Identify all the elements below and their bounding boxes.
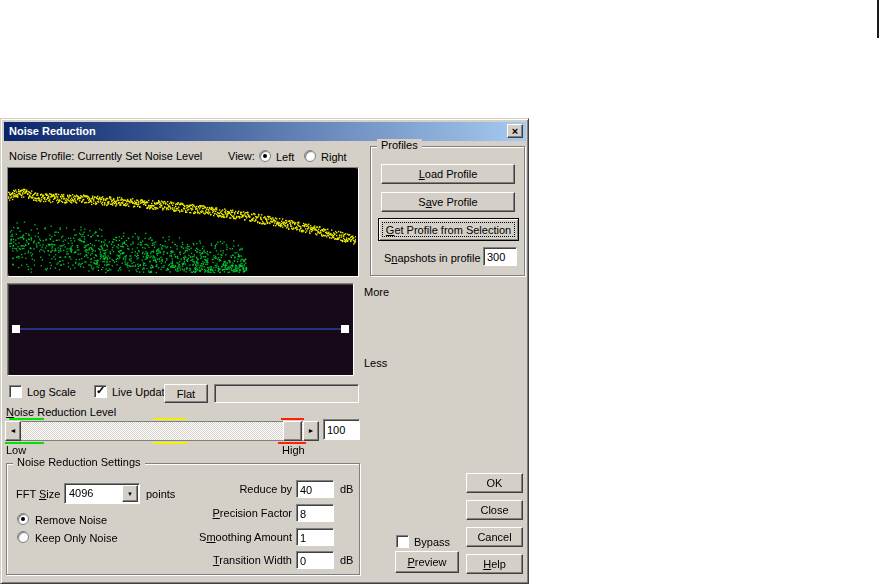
slider-track[interactable]: [5, 421, 319, 441]
high-label: High: [282, 444, 305, 456]
view-right-label: Right: [321, 151, 347, 163]
preview-button[interactable]: Preview: [395, 551, 459, 573]
live-update-label: Live Update: [112, 386, 171, 398]
snapshots-input[interactable]: [483, 247, 517, 266]
smoothing-amount-input[interactable]: [296, 528, 334, 546]
level-value-input[interactable]: [323, 419, 360, 440]
load-profile-button[interactable]: Load Profile: [381, 164, 515, 184]
noise-reduction-settings-group: Noise Reduction Settings FFT Size 4096 ▼…: [6, 463, 360, 575]
settings-legend: Noise Reduction Settings: [13, 456, 145, 468]
screen-edge-line: [877, 0, 879, 38]
slider-marker: [153, 442, 188, 444]
noise-reduction-level-label: Noise Reduction Level: [6, 406, 116, 418]
bypass-checkbox[interactable]: ✓: [396, 535, 409, 548]
fft-size-value: 4096: [69, 487, 93, 499]
close-button[interactable]: ×: [507, 124, 523, 138]
save-profile-button[interactable]: Save Profile: [381, 192, 515, 212]
transition-width-input[interactable]: [296, 551, 334, 569]
radio-dot-icon: [21, 517, 25, 521]
slider-left-arrow[interactable]: ◄: [5, 421, 21, 441]
reduce-by-input[interactable]: [296, 480, 334, 498]
reduce-by-label: Reduce by: [107, 483, 292, 495]
left-arrow-icon: ◄: [10, 427, 17, 434]
log-scale-checkbox[interactable]: ✓: [9, 385, 22, 398]
reduce-by-unit: dB: [340, 483, 353, 495]
envelope-handle-left[interactable]: [12, 325, 20, 333]
flat-button[interactable]: Flat: [164, 384, 208, 403]
log-scale-label: Log Scale: [27, 386, 76, 398]
close-dialog-button[interactable]: Close: [466, 500, 523, 520]
slider-marker: [281, 418, 304, 420]
view-left-radio[interactable]: [259, 150, 271, 162]
slider-thumb[interactable]: [283, 421, 302, 441]
smoothing-amount-label: Smoothing Amount: [107, 531, 292, 543]
close-icon: ×: [512, 125, 518, 137]
envelope-handle-right[interactable]: [341, 325, 349, 333]
more-label: More: [364, 286, 389, 298]
slider-marker: [153, 418, 186, 420]
view-right-radio[interactable]: [304, 150, 316, 162]
transition-width-label: Transition Width: [107, 554, 292, 566]
precision-factor-label: Precision Factor: [107, 507, 292, 519]
noise-reduction-level-slider: ◄ ►: [5, 421, 319, 441]
noise-profile-label: Noise Profile: Currently Set Noise Level: [9, 150, 202, 162]
noise-profile-graph: [7, 167, 359, 277]
profiles-legend: Profiles: [377, 139, 422, 151]
envelope-line: [13, 328, 348, 330]
help-button[interactable]: Help: [466, 554, 523, 574]
noise-envelope-graph[interactable]: [7, 283, 354, 376]
title-bar[interactable]: Noise Reduction ×: [4, 122, 526, 141]
low-label: Low: [6, 444, 26, 456]
transition-width-unit: dB: [340, 554, 353, 566]
screenshot-page: Noise Reduction × Noise Profile: Current…: [0, 0, 881, 585]
slider-marker: [9, 418, 44, 420]
remove-noise-radio[interactable]: [17, 513, 29, 525]
keep-only-noise-radio[interactable]: [17, 531, 29, 543]
slider-right-arrow[interactable]: ►: [303, 421, 319, 441]
get-profile-from-selection-button[interactable]: Get Profile from Selection: [378, 218, 519, 241]
less-label: Less: [364, 357, 387, 369]
ok-button[interactable]: OK: [466, 473, 523, 493]
fft-size-label: FFT Size: [16, 488, 60, 500]
cancel-button[interactable]: Cancel: [466, 527, 523, 547]
check-icon: ✓: [96, 384, 105, 397]
noise-profile-canvas: [8, 168, 356, 274]
precision-factor-input[interactable]: [296, 504, 334, 522]
window-title: Noise Reduction: [9, 125, 96, 137]
focus-rect: [382, 222, 515, 237]
noise-reduction-dialog: Noise Reduction × Noise Profile: Current…: [0, 118, 529, 584]
right-arrow-icon: ►: [308, 427, 315, 434]
radio-dot-icon: [263, 154, 267, 158]
remove-noise-label: Remove Noise: [35, 514, 107, 526]
snapshots-label: Snapshots in profile: [384, 252, 481, 264]
keep-only-noise-label: Keep Only Noise: [35, 532, 118, 544]
profiles-group: Profiles Load Profile Save Profile Get P…: [370, 146, 525, 276]
view-label: View:: [228, 150, 255, 162]
view-left-label: Left: [276, 151, 294, 163]
bypass-label: Bypass: [414, 536, 450, 548]
status-box: [214, 384, 359, 403]
live-update-checkbox[interactable]: ✓: [94, 385, 107, 398]
